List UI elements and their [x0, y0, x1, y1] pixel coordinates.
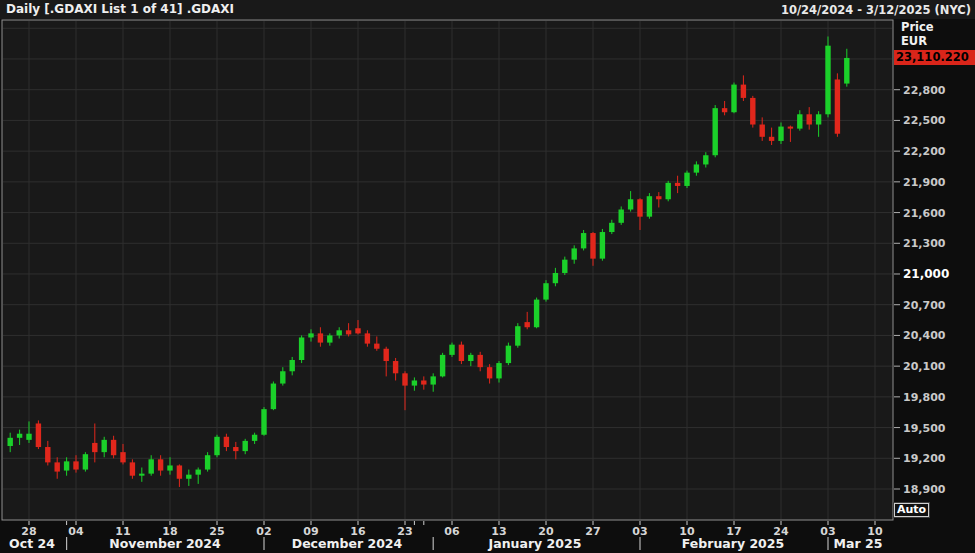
svg-text:18,900: 18,900 — [903, 483, 946, 496]
svg-text:20,100: 20,100 — [903, 360, 946, 373]
svg-text:19,800: 19,800 — [903, 391, 946, 404]
candle[interactable] — [459, 342, 464, 365]
candle[interactable] — [600, 229, 605, 261]
candle[interactable] — [581, 230, 586, 250]
svg-text:06: 06 — [444, 525, 460, 538]
svg-text:20,400: 20,400 — [903, 329, 946, 342]
candle[interactable] — [825, 36, 830, 117]
last-price-badge: 23,110.220 — [894, 50, 975, 65]
month-labels: Oct 24November 2024December 2024January … — [9, 536, 882, 551]
candle[interactable] — [666, 181, 671, 201]
svg-text:22,800: 22,800 — [903, 84, 946, 97]
candle[interactable] — [731, 83, 736, 114]
candle[interactable] — [750, 96, 755, 128]
svg-text:04: 04 — [68, 525, 84, 538]
svg-text:Mar 25: Mar 25 — [834, 536, 883, 551]
candle[interactable] — [440, 353, 445, 378]
chart-window: Daily [.GDAXI List 1 of 41] .GDAXI 10/24… — [0, 0, 975, 553]
candle[interactable] — [543, 280, 548, 302]
candle[interactable] — [515, 323, 520, 348]
svg-text:22,200: 22,200 — [903, 145, 946, 158]
candlestick-chart-canvas[interactable]: 18,90019,20019,50019,80020,10020,40020,7… — [0, 0, 975, 553]
plot-background — [2, 20, 893, 520]
candle[interactable] — [506, 343, 511, 366]
axis-price-label: Price — [901, 20, 934, 34]
svg-text:February 2025: February 2025 — [682, 536, 784, 551]
candle[interactable] — [214, 435, 219, 458]
candle[interactable] — [713, 105, 718, 157]
candle[interactable] — [449, 343, 454, 357]
svg-text:22,500: 22,500 — [903, 114, 946, 127]
svg-text:21,900: 21,900 — [903, 176, 946, 189]
svg-text:21,300: 21,300 — [903, 237, 946, 250]
candle[interactable] — [271, 381, 276, 410]
svg-text:21,600: 21,600 — [903, 207, 946, 220]
svg-text:December 2024: December 2024 — [292, 536, 403, 551]
candle[interactable] — [684, 171, 689, 188]
candle[interactable] — [261, 407, 266, 436]
candle[interactable] — [299, 335, 304, 363]
svg-text:20,700: 20,700 — [903, 299, 946, 312]
svg-text:Oct 24: Oct 24 — [9, 536, 55, 551]
svg-text:19,500: 19,500 — [903, 422, 946, 435]
svg-text:19,200: 19,200 — [903, 452, 946, 465]
candle[interactable] — [36, 420, 41, 449]
svg-text:03: 03 — [632, 525, 647, 538]
auto-scale-button[interactable]: Auto — [894, 503, 929, 517]
svg-text:02: 02 — [256, 525, 271, 538]
axis-currency-label: EUR — [901, 34, 927, 48]
candle[interactable] — [83, 452, 88, 471]
candle[interactable] — [534, 298, 539, 329]
svg-text:21,000: 21,000 — [903, 267, 949, 281]
svg-text:27: 27 — [585, 525, 600, 538]
svg-text:November 2024: November 2024 — [109, 536, 221, 551]
svg-text:January 2025: January 2025 — [488, 536, 582, 551]
y-axis-labels: 18,90019,20019,50019,80020,10020,40020,7… — [894, 53, 949, 496]
candle[interactable] — [647, 193, 652, 219]
candle[interactable] — [835, 73, 840, 136]
